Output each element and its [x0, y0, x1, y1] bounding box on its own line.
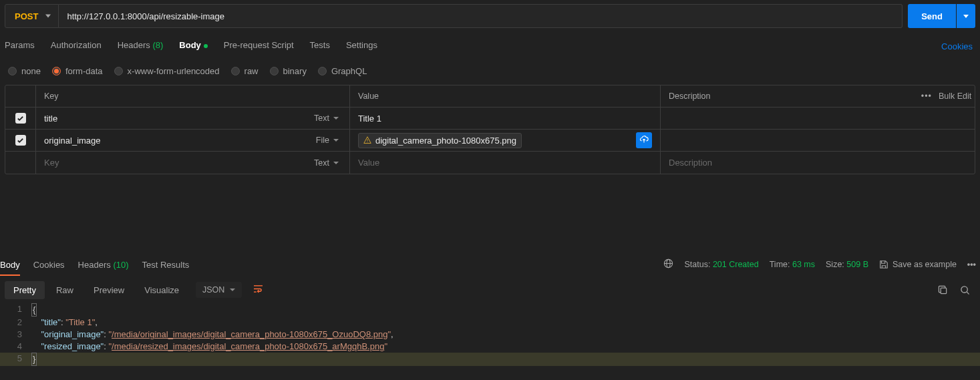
tab-settings[interactable]: Settings — [346, 36, 377, 57]
svg-rect-0 — [367, 139, 368, 141]
save-as-example-button[interactable]: Save as example — [879, 260, 957, 269]
col-key: Key — [36, 85, 350, 107]
svg-line-9 — [967, 292, 969, 294]
view-visualize[interactable]: Visualize — [136, 281, 188, 299]
table-row: original_imageFile digital_camera_photo-… — [5, 130, 975, 152]
resp-tab-cookies[interactable]: Cookies — [33, 254, 65, 275]
wrap-icon — [253, 284, 263, 293]
tab-headers[interactable]: Headers (8) — [118, 36, 164, 57]
value-placeholder[interactable]: Value — [358, 158, 379, 168]
row-checkbox[interactable] — [15, 113, 26, 124]
radio-raw[interactable]: raw — [231, 66, 259, 76]
table-row: titleText Title 1 — [5, 108, 975, 130]
radio-form-data[interactable]: form-data — [52, 66, 103, 76]
send-button[interactable]: Send — [908, 4, 956, 28]
tab-authorization[interactable]: Authorization — [51, 36, 102, 57]
key-type-select[interactable]: File — [316, 136, 341, 145]
wrap-lines-button[interactable] — [249, 281, 268, 299]
send-dropdown[interactable] — [957, 4, 975, 28]
cookies-link[interactable]: Cookies — [941, 41, 975, 51]
resp-tab-tests[interactable]: Test Results — [142, 254, 190, 275]
svg-rect-1 — [367, 142, 368, 142]
search-icon[interactable] — [960, 285, 970, 295]
table-more-icon[interactable]: ••• — [921, 91, 932, 101]
radio-graphql[interactable]: GraphQL — [318, 66, 367, 76]
col-value: Value — [350, 85, 661, 107]
table-row-empty: KeyText Value Description — [5, 152, 975, 174]
http-method-select[interactable]: POST — [5, 4, 59, 28]
response-body[interactable]: 1{ 2 "title": "Title 1", 3 "original_ima… — [0, 303, 980, 366]
tab-body[interactable]: Body — [179, 36, 208, 57]
network-icon[interactable] — [663, 258, 673, 270]
key-type-select[interactable]: Text — [314, 158, 341, 168]
http-method-label: POST — [15, 11, 38, 21]
row-value[interactable]: Title 1 — [358, 114, 381, 124]
resp-tab-headers[interactable]: Headers (10) — [78, 254, 129, 275]
radio-xwww[interactable]: x-www-form-urlencoded — [114, 66, 220, 76]
radio-binary[interactable]: binary — [270, 66, 307, 76]
copy-icon[interactable] — [938, 285, 948, 295]
format-select[interactable]: JSON — [196, 282, 242, 298]
time-text: Time: 63 ms — [770, 260, 815, 269]
desc-placeholder[interactable]: Description — [669, 158, 712, 168]
view-pretty[interactable]: Pretty — [5, 281, 45, 299]
response-more-icon[interactable]: ••• — [967, 260, 976, 269]
row-key[interactable]: original_image — [44, 136, 101, 146]
save-icon — [879, 260, 888, 269]
row-description[interactable] — [661, 108, 918, 129]
key-placeholder[interactable]: Key — [44, 158, 59, 168]
resp-tab-body[interactable]: Body — [0, 254, 20, 275]
file-name: digital_camera_photo-1080x675.png — [375, 136, 516, 146]
row-checkbox[interactable] — [15, 135, 26, 146]
row-key[interactable]: title — [44, 114, 57, 124]
key-type-select[interactable]: Text — [314, 114, 341, 123]
col-description: Description — [661, 85, 918, 107]
body-modified-dot — [204, 44, 208, 48]
form-data-table: Key Value Description •••Bulk Edit title… — [5, 85, 975, 174]
view-preview[interactable]: Preview — [85, 281, 133, 299]
bulk-edit-button[interactable]: Bulk Edit — [939, 91, 971, 101]
cloud-upload-icon — [639, 136, 649, 145]
tab-params[interactable]: Params — [5, 36, 35, 57]
url-input[interactable] — [59, 4, 903, 28]
file-reselect-button[interactable] — [636, 132, 652, 148]
warning-icon — [363, 136, 371, 144]
tab-prerequest[interactable]: Pre-request Script — [224, 36, 294, 57]
tab-tests[interactable]: Tests — [310, 36, 330, 57]
status-text: Status: 201 Created — [684, 260, 758, 269]
file-chip[interactable]: digital_camera_photo-1080x675.png — [358, 133, 522, 148]
svg-rect-7 — [941, 288, 946, 293]
svg-point-8 — [961, 286, 967, 292]
size-text: Size: 509 B — [826, 260, 868, 269]
view-raw[interactable]: Raw — [47, 281, 82, 299]
row-description[interactable] — [661, 130, 918, 151]
radio-none[interactable]: none — [8, 66, 41, 76]
